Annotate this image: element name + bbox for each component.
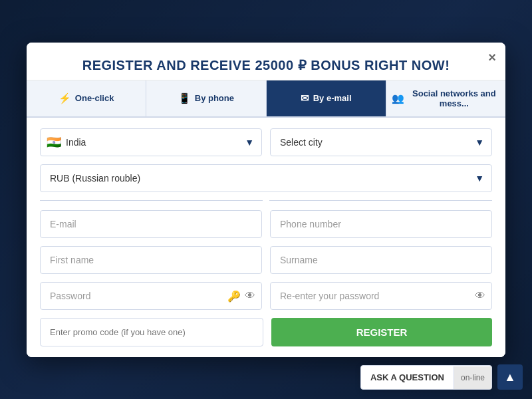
first-name-input[interactable] — [40, 246, 262, 274]
ask-question-bar: ASK A QUESTION on-line — [360, 365, 492, 390]
email-input-wrapper — [40, 210, 262, 238]
divider-row — [40, 200, 492, 201]
currency-row: RUB (Russian rouble) ▼ — [40, 164, 492, 192]
name-row — [40, 246, 492, 274]
country-select[interactable]: India — [40, 128, 262, 156]
tab-by-email-label: By e-mail — [313, 93, 352, 103]
surname-input-wrapper — [270, 246, 492, 274]
divider-left — [40, 200, 263, 201]
password-row: 🔑 👁 👁 — [40, 282, 492, 310]
reenter-password-input[interactable] — [270, 282, 492, 310]
email-input[interactable] — [40, 210, 262, 238]
city-select-wrapper: Select city ▼ — [270, 128, 492, 156]
promo-code-input[interactable] — [40, 318, 263, 346]
currency-select[interactable]: RUB (Russian rouble) — [40, 164, 492, 192]
close-button[interactable]: × — [488, 51, 496, 64]
currency-select-wrapper: RUB (Russian rouble) ▼ — [40, 164, 492, 192]
email-icon: ✉ — [301, 92, 309, 104]
bottom-row: REGISTER — [40, 318, 492, 346]
lightning-icon: ⚡ — [59, 92, 71, 104]
tab-by-email[interactable]: ✉ By e-mail — [267, 80, 386, 116]
country-city-row: 🇮🇳 India ▼ Select city ▼ — [40, 128, 492, 156]
ask-question-status: on-line — [454, 366, 491, 389]
surname-input[interactable] — [270, 246, 492, 274]
ask-question-label: ASK A QUESTION — [361, 366, 454, 389]
divider-right — [269, 200, 492, 201]
reenter-password-icons: 👁 — [475, 290, 485, 302]
register-button[interactable]: REGISTER — [271, 318, 492, 346]
password-icons: 🔑 👁 — [227, 289, 255, 302]
phone-input-wrapper — [270, 210, 492, 238]
country-select-wrapper: 🇮🇳 India ▼ — [40, 128, 262, 156]
tab-by-phone-label: By phone — [195, 93, 234, 103]
key-icon[interactable]: 🔑 — [227, 289, 241, 302]
city-select[interactable]: Select city — [270, 128, 492, 156]
phone-icon: 📱 — [178, 92, 191, 104]
tab-one-click[interactable]: ⚡ One-click — [27, 80, 146, 116]
eye-toggle-icon[interactable]: 👁 — [245, 290, 255, 302]
first-name-input-wrapper — [40, 246, 262, 274]
social-icon: 👥 — [392, 92, 404, 104]
scroll-top-button[interactable]: ▲ — [497, 364, 523, 390]
reenter-password-input-wrapper: 👁 — [270, 282, 492, 310]
registration-tabs: ⚡ One-click 📱 By phone ✉ By e-mail 👥 Soc… — [27, 80, 505, 118]
phone-input[interactable] — [270, 210, 492, 238]
india-flag: 🇮🇳 — [47, 135, 61, 150]
reenter-eye-toggle-icon[interactable]: 👁 — [475, 290, 485, 302]
password-input-wrapper: 🔑 👁 — [40, 282, 262, 310]
email-phone-row — [40, 210, 492, 238]
scroll-top-icon: ▲ — [504, 370, 516, 384]
modal-body: 🇮🇳 India ▼ Select city ▼ RUB (Russia — [27, 118, 505, 357]
tab-by-phone[interactable]: 📱 By phone — [146, 80, 266, 116]
modal-title: REGISTER AND RECEIVE 25000 ₽ BONUS RIGHT… — [40, 57, 492, 73]
tab-one-click-label: One-click — [75, 93, 114, 103]
registration-modal: REGISTER AND RECEIVE 25000 ₽ BONUS RIGHT… — [27, 43, 505, 357]
tab-social[interactable]: 👥 Social networks and mess... — [386, 80, 505, 116]
modal-header: REGISTER AND RECEIVE 25000 ₽ BONUS RIGHT… — [27, 43, 505, 80]
tab-social-label: Social networks and mess... — [408, 88, 500, 108]
